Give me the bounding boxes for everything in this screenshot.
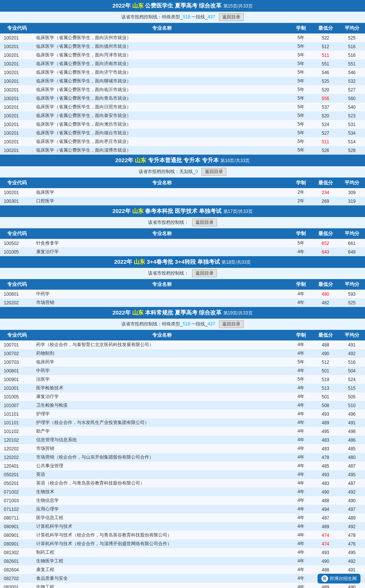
cell-avg: 486 [339,436,365,444]
cell-name: 生物技术 [34,488,290,496]
th-min: 最低分 [312,330,339,340]
back-button-19[interactable]: 返回目录 [219,320,244,328]
cell-code: 050201 [0,479,34,488]
cell-avg: 492 [339,488,365,496]
cell-avg: 498 [339,427,365,436]
th-avg: 平均分 [339,279,365,290]
cell-min: 556 [312,94,339,103]
cell-year: 4年 [290,557,312,565]
cell-avg: 495 [339,470,365,479]
cell-name: 护理学（校企合作，与水发民生产业投资集团有限公司） [34,418,290,427]
cell-year: 4年 [290,462,312,470]
th-min: 最低分 [312,279,339,290]
section-15-page: 第15页/共33页 [223,3,253,9]
cell-code: 100201 [0,42,34,51]
cell-avg: 489 [339,514,365,522]
section-17-header: 2022年 山东 春考本科批 医学技术 单独考试 第17页/共33页 [0,205,365,217]
cell-name: 针灸推拿学 [34,239,290,248]
cell-code: 100801 [0,290,34,298]
table-row: 100201临床医学（省属公费医学生，面向日照市就业）5年537540 [0,103,365,111]
cell-year: 4年 [290,514,312,522]
table-row: 080901计算机科学与技术4年489492 [0,522,365,531]
cell-name: 临床医学（省属公费医学生，面向日照市就业） [34,103,290,111]
cell-min: 501 [312,392,339,401]
cell-code: 101005 [0,248,34,256]
cell-min: 494 [312,505,339,514]
cell-year: 5年 [290,111,312,120]
table-row: 100201临床医学2年234309 [0,188,365,197]
cell-avg: 492 [339,557,365,565]
section-15-header: 2022年 山东 公费医学生 夏季高考 综合改革 第15页/共33页 [0,0,365,12]
cell-year: 4年 [290,574,312,583]
table-row: 100201临床医学（省属公费医学生，面向淄博市就业）5年526528 [0,146,365,155]
table-18: 专业代码 专业名称 学制 最低分 平均分 100801中药学4年48059312… [0,279,365,307]
cell-min: 493 [312,410,339,418]
cell-year: 4年 [290,488,312,496]
cell-code: 082601 [0,557,34,565]
cell-min: 483 [312,436,339,444]
back-button-16[interactable]: 返回目录 [202,168,226,176]
cell-min: 501 [312,366,339,375]
cell-name: 康复治疗学 [34,248,290,256]
back-button-18[interactable]: 返回目录 [192,269,217,277]
table-row: 100301口腔医学2年269319 [0,197,365,205]
cell-year: 4年 [290,290,312,298]
cell-code: 081302 [0,548,34,557]
cell-code: 080901 [0,531,34,539]
cell-name: 康复工程 [34,565,290,574]
cell-avg: 523 [339,111,365,120]
table-row: 100201临床医学（省属公费医学生，面向临沂市就业）5年520527 [0,85,365,94]
cell-name: 医学信息工程 [34,514,290,522]
cell-name: 临床医学（省属公费医学生，面向泰安市就业） [34,111,290,120]
cell-year: 4年 [290,479,312,488]
cell-min: 489 [312,522,339,531]
table-row: 120202市场营销4年482525 [0,298,365,307]
th-year: 学制 [290,279,312,290]
cell-min: 520 [312,111,339,120]
th-avg: 平均分 [339,178,365,188]
cell-code: 120401 [0,462,34,470]
cell-year: 5年 [290,42,312,51]
cell-min: 485 [312,462,339,470]
cell-avg: 661 [339,239,365,248]
cell-min: 524 [312,120,339,129]
table-16: 专业代码 专业名称 学制 最低分 平均分 100201临床医学2年2343091… [0,178,365,205]
cell-avg: 534 [339,129,365,137]
cell-code: 101101 [0,410,34,418]
cell-code: 082604 [0,565,34,574]
control-prefix-17: 该省市投档控制线： [148,220,189,225]
cell-year: 5年 [290,59,312,68]
cell-name: 护理学 [34,410,290,418]
th-name: 专业名称 [34,279,290,290]
control-prefix: 该省市投档控制线：特殊类型_518 一段线_437 [121,14,215,20]
cell-min: 511 [312,137,339,146]
cell-min: 522 [312,33,339,42]
cell-year: 5年 [290,146,312,155]
table-row: 100201临床医学（省属公费医学生，面向济宁市就业）5年546546 [0,68,365,77]
back-button-17[interactable]: 返回目录 [192,219,217,226]
cell-min: 493 [312,470,339,479]
cell-avg: 516 [339,51,365,59]
table-row: 100201临床医学（省属公费医学生，面向烟台市就业）5年527534 [0,129,365,137]
table-row: 101001医学检验技术4年513515 [0,384,365,392]
cell-year: 2年 [290,197,312,205]
cell-min: 537 [312,103,339,111]
table-row: 083001生物工程4年489490 [0,583,365,588]
cell-code: 120202 [0,444,34,453]
cell-min: 488 [312,565,339,574]
cell-year: 4年 [290,392,312,401]
cell-avg: 525 [339,298,365,307]
cell-code: 100201 [0,68,34,77]
cell-avg: 491 [339,418,365,427]
cell-code: 100201 [0,85,34,94]
table-15: 专业代码 专业名称 学制 最低分 平均分 100201临床医学（省属公费医学生，… [0,23,365,155]
table-row: 100201临床医学（省属公费医学生，面向青岛市就业）5年556560 [0,94,365,103]
cell-min: 487 [312,514,339,522]
table-row: 082601生物医学工程4年490492 [0,557,365,565]
table-row: 101102助产学4年495498 [0,427,365,436]
cell-avg: 319 [339,197,365,205]
back-button-15[interactable]: 返回目录 [219,13,244,21]
cell-name: 制药工程 [34,548,290,557]
cell-code: 120102 [0,436,34,444]
table-row: 100703临床药学5年512516 [0,358,365,366]
